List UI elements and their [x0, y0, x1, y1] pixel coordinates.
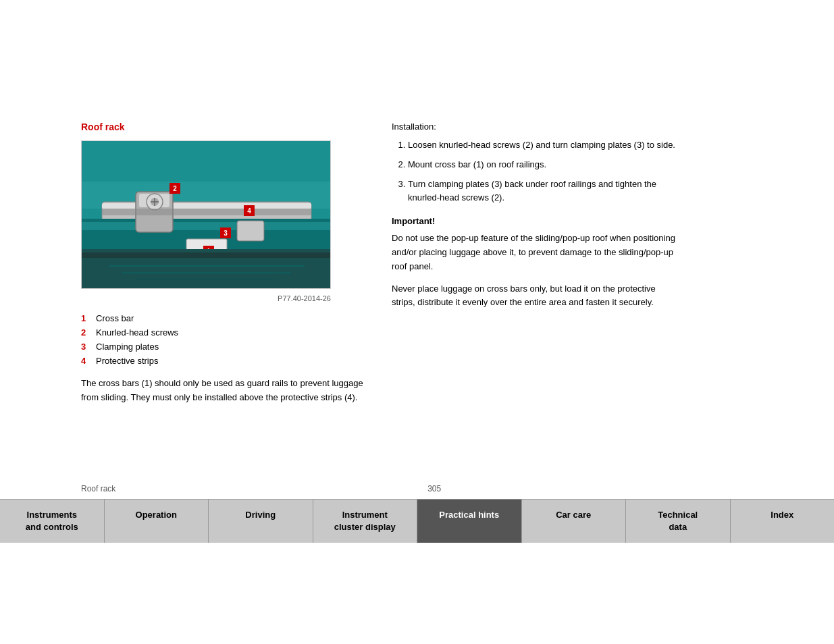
parts-list: 1 Cross bar 2 Knurled-head screws 3 Clam… — [81, 313, 365, 366]
step-2: Mount cross bar (1) on roof railings. — [408, 158, 675, 172]
page-number: 305 — [427, 484, 441, 493]
installation-title: Installation: — [392, 122, 675, 132]
part-number-2: 2 — [81, 327, 90, 338]
roof-rack-image: 2 4 3 1 — [81, 140, 331, 289]
tab-instrument-cluster-display[interactable]: Instrumentcluster display — [313, 500, 418, 543]
svg-rect-5 — [82, 222, 331, 230]
part-label-1: Cross bar — [96, 313, 134, 323]
part-number-1: 1 — [81, 313, 90, 323]
list-item: 2 Knurled-head screws — [81, 327, 365, 338]
tab-instruments-and-controls[interactable]: Instrumentsand controls — [0, 500, 105, 543]
important-text-2: Never place luggage on cross bars only, … — [392, 282, 675, 311]
section-title: Roof rack — [81, 122, 365, 132]
svg-rect-24 — [82, 252, 331, 258]
left-column: Roof rack — [81, 122, 365, 405]
right-column: Installation: Loosen knurled-head screws… — [392, 122, 675, 405]
svg-text:3: 3 — [224, 230, 228, 237]
svg-rect-14 — [102, 209, 311, 215]
part-number-4: 4 — [81, 356, 90, 366]
tab-technical-data[interactable]: Technicaldata — [626, 500, 731, 543]
tab-practical-hints[interactable]: Practical hints — [417, 500, 522, 543]
bottom-bar: Roof rack 305 Instrumentsand controls Op… — [0, 479, 834, 543]
part-number-3: 3 — [81, 342, 90, 352]
tab-car-care[interactable]: Car care — [522, 500, 627, 543]
page-content: Roof rack — [0, 95, 834, 419]
tab-operation[interactable]: Operation — [105, 500, 209, 543]
important-text-1: Do not use the pop-up feature of the sli… — [392, 232, 675, 273]
important-heading: Important! — [392, 216, 675, 226]
description-text: The cross bars (1) should only be used a… — [81, 377, 365, 405]
part-label-3: Clamping plates — [96, 342, 159, 352]
list-item: 3 Clamping plates — [81, 342, 365, 352]
footer-title: Roof rack — [81, 484, 115, 493]
page-footer: Roof rack 305 — [0, 479, 834, 499]
part-label-2: Knurled-head screws — [96, 327, 178, 338]
step-1: Loosen knurled-head screws (2) and turn … — [408, 138, 675, 153]
list-item: 4 Protective strips — [81, 356, 365, 366]
tab-driving[interactable]: Driving — [209, 500, 313, 543]
image-caption: P77.40-2014-26 — [81, 294, 331, 302]
nav-tabs: Instrumentsand controls Operation Drivin… — [0, 499, 834, 543]
svg-rect-17 — [237, 221, 264, 241]
step-3: Turn clamping plates (3) back under roof… — [408, 178, 675, 206]
svg-text:4: 4 — [247, 207, 251, 215]
tab-index[interactable]: Index — [731, 500, 835, 543]
list-item: 1 Cross bar — [81, 313, 365, 323]
steps-list: Loosen knurled-head screws (2) and turn … — [392, 138, 675, 205]
part-label-4: Protective strips — [96, 356, 158, 366]
svg-rect-3 — [102, 203, 311, 209]
svg-text:2: 2 — [173, 185, 177, 192]
